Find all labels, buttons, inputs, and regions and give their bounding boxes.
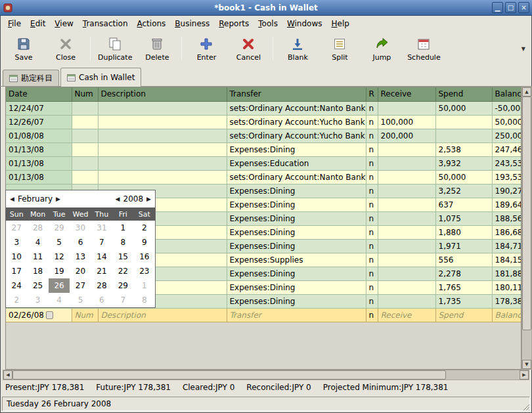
transfer-cell[interactable]: Expenses:Dining: [227, 239, 366, 253]
jump-button[interactable]: Jump: [361, 33, 403, 64]
table-row[interactable]: 01/13/08 Expenses:Dining n 2,538 247,462: [6, 142, 521, 156]
scroll-up-button[interactable]: ▲: [522, 87, 531, 97]
col-header-num[interactable]: Num: [72, 87, 98, 101]
calendar-day[interactable]: 25: [27, 278, 48, 293]
reconcile-cell[interactable]: n: [366, 115, 378, 129]
spend-cell[interactable]: 1,765: [435, 280, 492, 294]
table-row[interactable]: 01/13/08 Expenses:Education n 3,932 243,…: [6, 156, 521, 170]
calendar-day[interactable]: 23: [134, 264, 155, 278]
calendar-day[interactable]: 27: [6, 221, 27, 235]
scroll-right-button[interactable]: ▶: [520, 370, 529, 380]
calendar-day[interactable]: 2: [6, 293, 27, 307]
reconcile-cell[interactable]: n: [366, 294, 378, 308]
horizontal-scrollbar-trough[interactable]: [446, 370, 520, 380]
transfer-cell[interactable]: sets:Ordinary Account:Nanto Bank: [227, 101, 366, 115]
spend-cell[interactable]: 1,735: [435, 294, 492, 308]
date-cell-editing[interactable]: 02/26/08: [6, 308, 72, 322]
calendar-day[interactable]: 29: [49, 221, 70, 235]
num-cell[interactable]: [72, 101, 98, 115]
date-cell[interactable]: 01/13/08: [6, 170, 72, 184]
receive-cell[interactable]: [378, 184, 435, 198]
spend-cell[interactable]: 50,000: [435, 101, 492, 115]
receive-cell[interactable]: [378, 239, 435, 253]
date-cell[interactable]: 01/13/08: [6, 142, 72, 156]
horizontal-scrollbar-thumb[interactable]: [12, 370, 446, 380]
transfer-cell[interactable]: sets:Ordinary Account:Yucho Bank: [227, 129, 366, 142]
col-header-spend[interactable]: Spend: [435, 87, 492, 101]
spend-cell[interactable]: 2,538: [435, 142, 492, 156]
receive-cell[interactable]: [378, 211, 435, 225]
table-row[interactable]: 12/26/07 sets:Ordinary Account:Yucho Ban…: [6, 115, 521, 129]
vertical-scrollbar[interactable]: ▲ ▼: [521, 87, 532, 370]
balance-cell[interactable]: 50,000: [492, 115, 521, 129]
menu-item[interactable]: View: [50, 17, 78, 30]
transfer-cell[interactable]: Expenses:Dining: [227, 294, 366, 308]
menu-item[interactable]: Actions: [133, 17, 171, 30]
spend-cell[interactable]: 1,971: [435, 239, 492, 253]
balance-cell[interactable]: 184,159: [492, 253, 521, 267]
calendar-day[interactable]: 22: [112, 264, 133, 278]
calendar-day[interactable]: 24: [6, 278, 27, 293]
tab-accounts[interactable]: 勘定科目: [3, 70, 59, 86]
calendar-day[interactable]: 10: [6, 250, 27, 264]
date-picker-toggle[interactable]: [46, 311, 53, 319]
receive-cell[interactable]: [378, 198, 435, 211]
num-cell[interactable]: [72, 129, 98, 142]
transfer-cell[interactable]: Expenses:Education: [227, 156, 366, 170]
menu-item[interactable]: Windows: [282, 17, 327, 30]
balance-cell[interactable]: 178,381: [492, 294, 521, 308]
next-year-arrow-icon[interactable]: ▶: [146, 196, 151, 202]
balance-cell[interactable]: 243,530: [492, 156, 521, 170]
description-cell[interactable]: [98, 101, 227, 115]
balance-cell[interactable]: 193,530: [492, 170, 521, 184]
transfer-cell[interactable]: Expenses:Supplies: [227, 253, 366, 267]
save-button[interactable]: Save: [3, 33, 45, 64]
calendar-day[interactable]: 6: [70, 235, 91, 250]
spend-cell[interactable]: [435, 129, 492, 142]
window-icon[interactable]: [3, 3, 13, 13]
edit-row[interactable]: 02/26/08 Num Description Transfer n Rece…: [6, 308, 521, 322]
receive-cell[interactable]: 200,000: [378, 129, 435, 142]
col-header-transfer[interactable]: Transfer: [227, 87, 366, 101]
balance-cell[interactable]: 181,881: [492, 267, 521, 280]
date-input-value[interactable]: 02/26/08: [9, 309, 44, 322]
reconcile-cell[interactable]: n: [366, 198, 378, 211]
reconcile-cell[interactable]: n: [366, 156, 378, 170]
calendar-day[interactable]: 15: [112, 250, 133, 264]
reconcile-cell[interactable]: n: [366, 280, 378, 294]
calendar-day[interactable]: 5: [49, 235, 70, 250]
menu-item[interactable]: Tools: [254, 17, 282, 30]
transfer-cell[interactable]: Expenses:Dining: [227, 211, 366, 225]
delete-button[interactable]: Delete: [136, 33, 178, 64]
reconcile-cell[interactable]: n: [366, 101, 378, 115]
menu-item[interactable]: Transaction: [78, 17, 133, 30]
num-cell[interactable]: [72, 170, 98, 184]
transfer-cell[interactable]: Expenses:Dining: [227, 280, 366, 294]
calendar-day[interactable]: 5: [70, 293, 91, 307]
calendar-day[interactable]: 29: [112, 278, 133, 293]
cancel-button[interactable]: Cancel: [227, 33, 269, 64]
receive-cell[interactable]: [378, 253, 435, 267]
num-input[interactable]: Num: [72, 308, 98, 322]
scroll-down-button[interactable]: ▼: [522, 360, 531, 369]
calendar-day[interactable]: 17: [6, 264, 27, 278]
balance-cell[interactable]: 180,116: [492, 280, 521, 294]
menu-item[interactable]: File: [3, 17, 26, 30]
split-button[interactable]: Split: [319, 33, 361, 64]
calendar-day[interactable]: 30: [70, 221, 91, 235]
balance-cell[interactable]: 188,566: [492, 211, 521, 225]
date-cell[interactable]: 12/24/07: [6, 101, 72, 115]
description-cell[interactable]: [98, 170, 227, 184]
reconcile-cell[interactable]: n: [366, 170, 378, 184]
tab-cash-in-wallet[interactable]: Cash in Wallet: [60, 68, 141, 87]
menu-item[interactable]: Business: [170, 17, 214, 30]
calendar-day[interactable]: 19: [49, 264, 70, 278]
calendar-day[interactable]: 6: [91, 293, 112, 307]
calendar-day[interactable]: 4: [49, 293, 70, 307]
calendar-day[interactable]: 7: [91, 235, 112, 250]
receive-cell[interactable]: [378, 280, 435, 294]
receive-cell[interactable]: 100,000: [378, 115, 435, 129]
schedule-button[interactable]: Schedule: [403, 33, 445, 64]
calendar-day[interactable]: 1: [134, 278, 155, 293]
receive-cell[interactable]: [378, 156, 435, 170]
